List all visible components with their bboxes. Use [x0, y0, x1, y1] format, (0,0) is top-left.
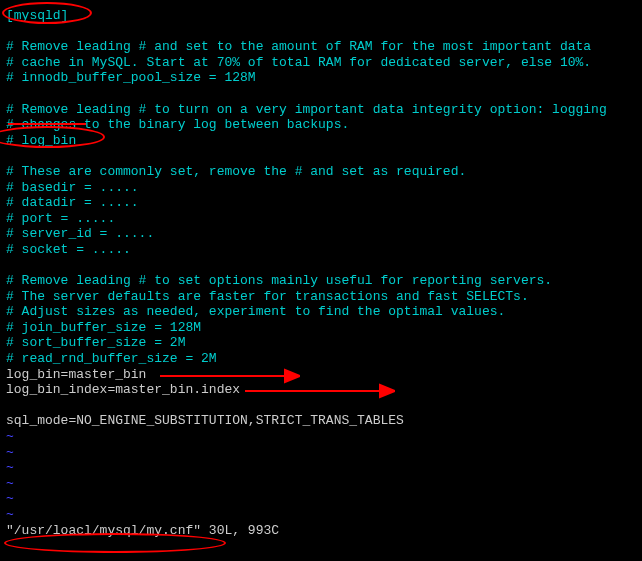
- comment-line: # innodb_buffer_pool_size = 128M: [6, 70, 636, 86]
- config-section-header: [mysqld]: [6, 8, 636, 24]
- vim-status-line: "/usr/loacl/mysql/my.cnf" 30L, 993C: [6, 523, 636, 539]
- blank-line: [6, 398, 636, 414]
- vim-file-path: "/usr/loacl/mysql/my.cnf": [6, 523, 201, 538]
- comment-line: # datadir = .....: [6, 195, 636, 211]
- blank-line: [6, 148, 636, 164]
- comment-line: # server_id = .....: [6, 226, 636, 242]
- config-line-log-bin-index: log_bin_index=master_bin.index: [6, 382, 636, 398]
- comment-line: # Adjust sizes as needed, experiment to …: [6, 304, 636, 320]
- vim-empty-line: ~: [6, 491, 636, 507]
- blank-line: [6, 258, 636, 274]
- comment-line: # Remove leading # and set to the amount…: [6, 39, 636, 55]
- comment-line: # log_bin: [6, 133, 636, 149]
- terminal-content[interactable]: [mysqld] # Remove leading # and set to t…: [6, 8, 636, 538]
- blank-line: [6, 24, 636, 40]
- config-line-sql-mode: sql_mode=NO_ENGINE_SUBSTITUTION,STRICT_T…: [6, 413, 636, 429]
- comment-line: # changes to the binary log between back…: [6, 117, 636, 133]
- comment-line: # Remove leading # to turn on a very imp…: [6, 102, 636, 118]
- comment-line: # socket = .....: [6, 242, 636, 258]
- comment-line: # port = .....: [6, 211, 636, 227]
- comment-line: # The server defaults are faster for tra…: [6, 289, 636, 305]
- comment-line: # sort_buffer_size = 2M: [6, 335, 636, 351]
- blank-line: [6, 86, 636, 102]
- vim-empty-line: ~: [6, 445, 636, 461]
- comment-line: # These are commonly set, remove the # a…: [6, 164, 636, 180]
- comment-line: # read_rnd_buffer_size = 2M: [6, 351, 636, 367]
- vim-empty-line: ~: [6, 476, 636, 492]
- vim-empty-line: ~: [6, 429, 636, 445]
- comment-line: # cache in MySQL. Start at 70% of total …: [6, 55, 636, 71]
- vim-empty-line: ~: [6, 507, 636, 523]
- comment-line: # Remove leading # to set options mainly…: [6, 273, 636, 289]
- vim-empty-line: ~: [6, 460, 636, 476]
- comment-line: # basedir = .....: [6, 180, 636, 196]
- vim-file-info: 30L, 993C: [201, 523, 279, 538]
- comment-line: # join_buffer_size = 128M: [6, 320, 636, 336]
- config-line-log-bin: log_bin=master_bin: [6, 367, 636, 383]
